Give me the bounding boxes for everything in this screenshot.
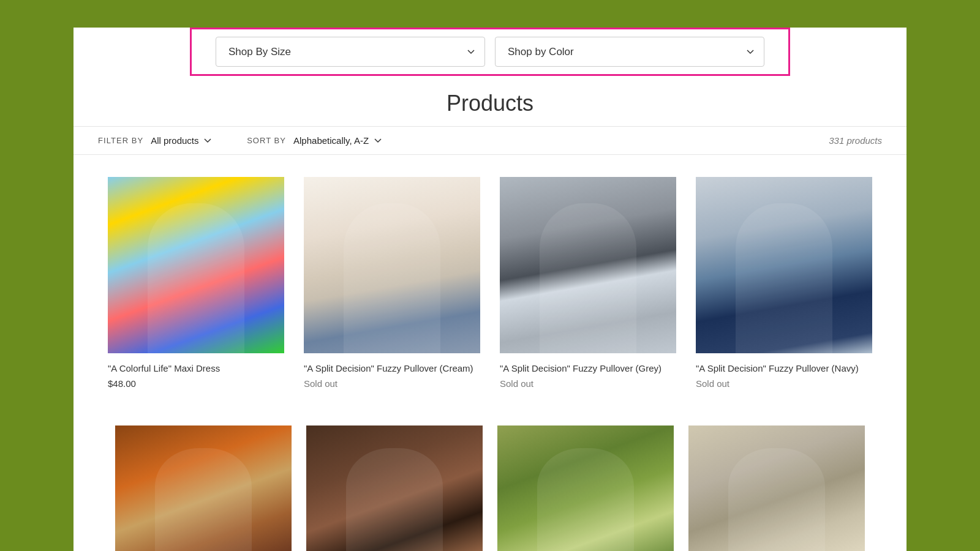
bottom-card-1[interactable]: [108, 425, 299, 551]
product-image-4: [696, 177, 872, 353]
filter-by-dropdown[interactable]: All products: [151, 135, 213, 146]
product-card-1[interactable]: "A Colorful Life" Maxi Dress $48.00: [98, 170, 294, 403]
product-image-fuzzy-navy: [696, 177, 872, 353]
product-card-2[interactable]: "A Split Decision" Fuzzy Pullover (Cream…: [294, 170, 490, 403]
bottom-card-3[interactable]: [490, 425, 681, 551]
product-title-4: "A Split Decision" Fuzzy Pullover (Navy): [696, 362, 872, 375]
product-image-fuzzy-cream: [304, 177, 480, 353]
product-image-2: [304, 177, 480, 353]
filter-dropdowns: Shop By Size XS S M L XL XXL Shop by Col…: [204, 37, 776, 67]
product-title-3: "A Split Decision" Fuzzy Pullover (Grey): [500, 362, 676, 375]
product-card-3[interactable]: "A Split Decision" Fuzzy Pullover (Grey)…: [490, 170, 686, 403]
product-sold-out-2: Sold out: [304, 378, 480, 389]
product-count: 331 products: [829, 135, 882, 146]
product-image-3: [500, 177, 676, 353]
bottom-card-4[interactable]: [681, 425, 872, 551]
product-image-colorful-dress: [108, 177, 284, 353]
product-card-4[interactable]: "A Split Decision" Fuzzy Pullover (Navy)…: [686, 170, 882, 403]
filter-bar: Shop By Size XS S M L XL XXL Shop by Col…: [190, 28, 790, 76]
main-container: Shop By Size XS S M L XL XXL Shop by Col…: [74, 28, 907, 551]
page-title: Products: [74, 76, 907, 126]
bottom-card-2[interactable]: [299, 425, 490, 551]
products-grid: "A Colorful Life" Maxi Dress $48.00 "A S…: [74, 155, 907, 403]
shop-by-color-dropdown[interactable]: Shop by Color Black White Blue Red Green…: [495, 37, 764, 67]
product-sold-out-4: Sold out: [696, 378, 872, 389]
product-image-fuzzy-grey: [500, 177, 676, 353]
sort-by-dropdown[interactable]: Alphabetically, A-Z Alphabetically, Z-A …: [293, 135, 383, 146]
product-title-2: "A Split Decision" Fuzzy Pullover (Cream…: [304, 362, 480, 375]
sort-by-label: SORT BY: [247, 136, 286, 145]
products-toolbar: FILTER BY All products SORT BY Alphabeti…: [74, 126, 907, 155]
product-image-1: [108, 177, 284, 353]
filter-by-label: FILTER BY: [98, 136, 143, 145]
shop-by-size-dropdown[interactable]: Shop By Size XS S M L XL XXL: [216, 37, 485, 67]
product-sold-out-3: Sold out: [500, 378, 676, 389]
product-title-1: "A Colorful Life" Maxi Dress: [108, 362, 284, 375]
product-price-1: $48.00: [108, 378, 284, 389]
